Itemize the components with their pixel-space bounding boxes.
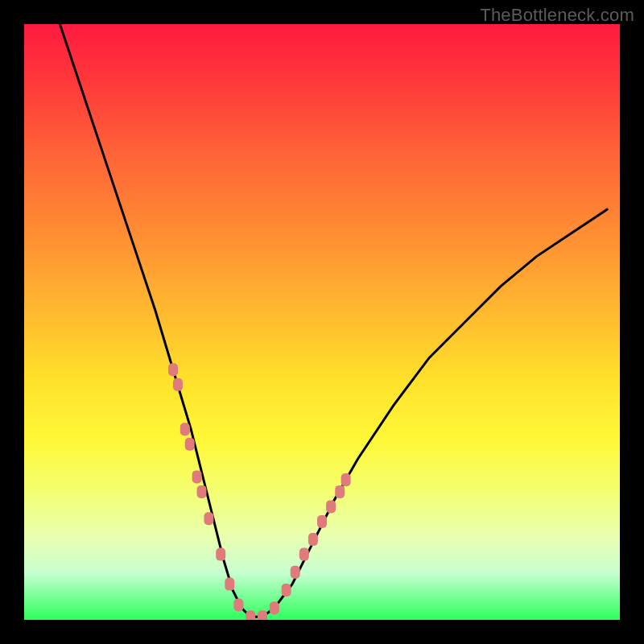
chart-svg	[24, 24, 620, 620]
marker-dot	[197, 485, 207, 498]
marker-dot	[341, 473, 351, 486]
marker-dot	[216, 548, 225, 561]
marker-dot	[291, 566, 300, 579]
marker-dot	[173, 378, 183, 391]
marker-dot	[168, 363, 178, 376]
marker-dot	[317, 515, 327, 528]
marker-dot	[180, 423, 190, 436]
marker-dots	[168, 363, 351, 620]
bottleneck-curve	[60, 24, 608, 617]
chart-frame: TheBottleneck.com	[0, 0, 644, 644]
marker-dot	[282, 584, 291, 597]
marker-dot	[326, 500, 336, 513]
marker-dot	[225, 578, 234, 591]
marker-dot	[185, 438, 195, 451]
marker-dot	[335, 485, 345, 498]
marker-dot	[299, 548, 309, 561]
marker-dot	[258, 610, 267, 620]
plot-area	[24, 24, 620, 620]
marker-dot	[204, 512, 213, 525]
marker-dot	[308, 533, 318, 546]
marker-dot	[192, 470, 202, 483]
marker-dot	[233, 599, 243, 612]
watermark-text: TheBottleneck.com	[480, 5, 634, 26]
marker-dot	[246, 610, 255, 620]
marker-dot	[270, 601, 279, 614]
curve-line	[60, 24, 608, 617]
